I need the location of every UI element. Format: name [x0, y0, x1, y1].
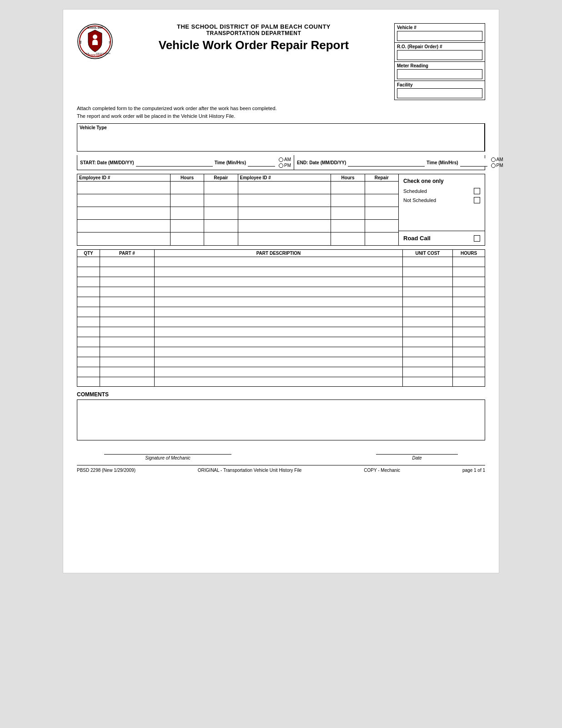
start-time-input[interactable] [248, 158, 275, 167]
emp-cell-id-r4[interactable] [238, 220, 331, 232]
emp-cell-id-r2[interactable] [238, 194, 331, 207]
scheduled-checkbox[interactable] [474, 188, 480, 194]
part-6[interactable] [100, 307, 155, 317]
part-8[interactable] [100, 327, 155, 337]
desc-12[interactable] [155, 367, 403, 377]
ucost-11[interactable] [403, 357, 453, 367]
hours-8[interactable] [453, 327, 485, 337]
ucost-9[interactable] [403, 337, 453, 347]
emp-cell-repair-l1[interactable] [204, 182, 237, 194]
part-9[interactable] [100, 337, 155, 347]
desc-11[interactable] [155, 357, 403, 367]
ucost-4[interactable] [403, 287, 453, 297]
emp-cell-repair-r3[interactable] [365, 207, 398, 219]
ucost-1[interactable] [403, 257, 453, 267]
meter-reading-input[interactable] [397, 69, 482, 79]
not-scheduled-checkbox[interactable] [474, 197, 480, 203]
emp-cell-hours-l2[interactable] [171, 194, 204, 207]
hours-6[interactable] [453, 307, 485, 317]
emp-cell-hours-l4[interactable] [171, 220, 204, 232]
emp-cell-repair-l5[interactable] [204, 233, 237, 245]
qty-11[interactable] [77, 357, 100, 367]
emp-cell-id-r3[interactable] [238, 207, 331, 219]
end-am-item[interactable]: AM [491, 157, 503, 162]
part-2[interactable] [100, 267, 155, 277]
hours-10[interactable] [453, 347, 485, 357]
start-date-input[interactable] [136, 158, 213, 167]
ucost-2[interactable] [403, 267, 453, 277]
ucost-5[interactable] [403, 297, 453, 307]
comments-input[interactable] [77, 399, 485, 440]
hours-2[interactable] [453, 267, 485, 277]
desc-10[interactable] [155, 347, 403, 357]
end-am-radio[interactable] [491, 157, 496, 162]
qty-4[interactable] [77, 287, 100, 297]
qty-9[interactable] [77, 337, 100, 347]
part-5[interactable] [100, 297, 155, 307]
part-7[interactable] [100, 317, 155, 327]
desc-2[interactable] [155, 267, 403, 277]
qty-8[interactable] [77, 327, 100, 337]
emp-cell-hours-r4[interactable] [331, 220, 365, 232]
start-am-item[interactable]: AM [279, 157, 291, 162]
end-time-input[interactable] [460, 158, 487, 167]
desc-6[interactable] [155, 307, 403, 317]
part-11[interactable] [100, 357, 155, 367]
qty-10[interactable] [77, 347, 100, 357]
start-am-radio[interactable] [279, 157, 283, 162]
desc-3[interactable] [155, 277, 403, 287]
emp-cell-id-l4[interactable] [77, 220, 171, 232]
hours-5[interactable] [453, 297, 485, 307]
ucost-13[interactable] [403, 377, 453, 386]
emp-cell-hours-r1[interactable] [331, 182, 365, 194]
ucost-7[interactable] [403, 317, 453, 327]
emp-cell-hours-l3[interactable] [171, 207, 204, 219]
hours-13[interactable] [453, 377, 485, 386]
emp-cell-repair-r2[interactable] [365, 194, 398, 207]
desc-4[interactable] [155, 287, 403, 297]
emp-cell-id-r1[interactable] [238, 182, 331, 194]
emp-cell-hours-l1[interactable] [171, 182, 204, 194]
end-pm-radio[interactable] [491, 163, 496, 168]
ucost-8[interactable] [403, 327, 453, 337]
end-pm-item[interactable]: PM [491, 163, 503, 168]
emp-cell-id-l2[interactable] [77, 194, 171, 207]
hours-3[interactable] [453, 277, 485, 287]
hours-7[interactable] [453, 317, 485, 327]
emp-cell-id-l3[interactable] [77, 207, 171, 219]
emp-cell-id-l5[interactable] [77, 233, 171, 245]
road-call-checkbox[interactable] [474, 235, 480, 242]
desc-9[interactable] [155, 337, 403, 347]
desc-8[interactable] [155, 327, 403, 337]
facility-input[interactable] [397, 88, 482, 98]
qty-12[interactable] [77, 367, 100, 377]
start-pm-radio[interactable] [279, 163, 283, 168]
desc-13[interactable] [155, 377, 403, 386]
qty-5[interactable] [77, 297, 100, 307]
part-12[interactable] [100, 367, 155, 377]
qty-1[interactable] [77, 257, 100, 267]
emp-cell-hours-r3[interactable] [331, 207, 365, 219]
qty-3[interactable] [77, 277, 100, 287]
desc-5[interactable] [155, 297, 403, 307]
hours-1[interactable] [453, 257, 485, 267]
emp-cell-repair-r1[interactable] [365, 182, 398, 194]
hours-11[interactable] [453, 357, 485, 367]
vehicle-number-input[interactable] [397, 31, 482, 41]
emp-cell-repair-l4[interactable] [204, 220, 237, 232]
ucost-10[interactable] [403, 347, 453, 357]
ro-number-input[interactable] [397, 50, 482, 60]
emp-cell-hours-r2[interactable] [331, 194, 365, 207]
ucost-6[interactable] [403, 307, 453, 317]
qty-13[interactable] [77, 377, 100, 386]
part-4[interactable] [100, 287, 155, 297]
ucost-3[interactable] [403, 277, 453, 287]
emp-cell-hours-r5[interactable] [331, 233, 365, 245]
qty-6[interactable] [77, 307, 100, 317]
emp-cell-id-r5[interactable] [238, 233, 331, 245]
qty-2[interactable] [77, 267, 100, 277]
part-10[interactable] [100, 347, 155, 357]
hours-9[interactable] [453, 337, 485, 347]
hours-12[interactable] [453, 367, 485, 377]
part-3[interactable] [100, 277, 155, 287]
